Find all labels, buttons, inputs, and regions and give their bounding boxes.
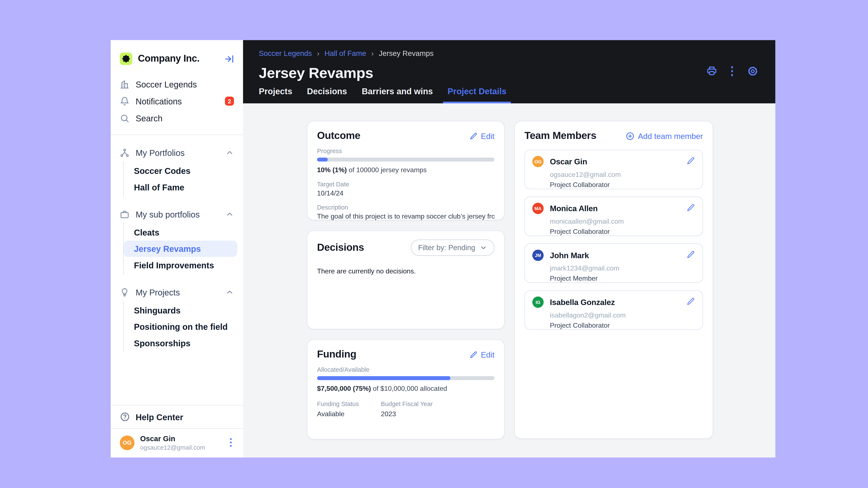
member-role: Project Collaborator [550,181,695,189]
content: Soccer Legends › Hall of Fame › Jersey R… [243,40,775,457]
tab-bar: Projects Decisions Barriers and wins Pro… [259,87,506,103]
progress-label: Progress [317,148,494,154]
member-role: Project Collaborator [550,321,695,329]
member-name: Isabella Gonzalez [550,298,615,307]
section-items: Shinguards Positioning on the field Spon… [123,300,243,352]
sidebar-item-soccer-legends[interactable]: Soccer Legends [111,76,243,93]
company-name: Company Inc. [138,53,224,64]
chevron-down-icon [480,244,487,252]
member-email: jmark1234@gmail.com [550,264,695,272]
team-member-row: IG Isabella Gonzalez isabellagon2@gmail.… [525,290,703,330]
edit-member-pencil-icon[interactable] [687,297,695,306]
tab-projects[interactable]: Projects [259,87,292,103]
decisions-filter-dropdown[interactable]: Filter by: Pending [411,239,494,256]
avatar: MA [532,203,544,214]
description-label: Description [317,204,494,211]
team-members-card: Team Members Add team member OG Oscar Gi… [514,121,713,439]
member-email: isabellagon2@gmail.com [550,311,695,319]
sidebar-item-cleats[interactable]: Cleats [124,224,237,240]
breadcrumb-hall-of-fame[interactable]: Hall of Fame [324,49,366,58]
decisions-title: Decisions [317,242,364,254]
funding-edit-button[interactable]: Edit [470,350,495,359]
fiscal-year-value: 2023 [381,410,494,418]
print-icon[interactable] [706,66,717,76]
sidebar-item-hall-of-fame[interactable]: Hall of Fame [124,179,237,195]
sidebar-nav: Soccer Legends Notifications 2 Search [111,76,243,126]
section-header-my-portfolios[interactable]: My Portfolios [111,144,243,161]
funding-card: Funding Edit Allocated/Available $7,500,… [307,339,504,440]
member-name: Oscar Gin [550,157,587,166]
funding-title: Funding [317,349,356,360]
section-header-my-projects[interactable]: My Projects [111,284,243,300]
description-value: The goal of this project is to revamp so… [317,213,494,220]
member-role: Project Collaborator [550,228,695,235]
member-name: Monica Allen [550,204,598,213]
team-members-title: Team Members [525,130,596,142]
tab-project-details[interactable]: Project Details [447,87,506,103]
settings-gear-icon[interactable] [747,65,758,77]
sidebar-collapse-icon[interactable] [224,54,234,64]
member-role: Project Member [550,274,695,282]
sidebar-item-jersey-revamps[interactable]: Jersey Revamps [124,240,237,257]
add-team-member-button[interactable]: Add team member [626,131,703,140]
sidebar-item-search[interactable]: Search [111,109,243,126]
breadcrumb-current: Jersey Revamps [379,49,434,58]
avatar: JM [532,250,544,261]
help-icon [120,412,130,422]
header-actions [706,65,758,77]
building-icon [120,79,129,89]
search-icon [120,113,129,123]
funding-progress-bar [317,376,494,380]
sidebar-item-label: Notifications [135,96,182,106]
bell-icon [120,96,129,106]
hierarchy-icon [120,148,129,157]
breadcrumb-soccer-legends[interactable]: Soccer Legends [259,49,312,58]
team-member-row: MA Monica Allen monicaallen@gmail.com Pr… [525,197,703,236]
section-my-sub-portfolios: My sub portfolios Cleats Jersey Revamps … [111,206,243,274]
sidebar-item-notifications[interactable]: Notifications 2 [111,93,243,109]
edit-member-pencil-icon[interactable] [687,203,695,212]
main-content: Outcome Edit Progress 10% (1%) of 100000… [243,103,775,457]
member-email: ogsauce12@gmail.com [550,170,695,178]
chevron-up-icon [225,288,234,296]
user-menu-kebab-icon[interactable] [228,436,234,449]
tab-barriers-and-wins[interactable]: Barriers and wins [362,87,433,103]
active-tab-indicator [443,102,511,103]
member-email: monicaallen@gmail.com [550,218,695,225]
avatar: OG [120,435,134,450]
edit-member-pencil-icon[interactable] [687,157,695,165]
target-date-label: Target Date [317,181,494,188]
user-profile[interactable]: OG Oscar Gin ogsauce12@gmail.com [111,429,243,457]
page: Company Inc. Soccer Legends Notification… [0,0,868,488]
section-label: My Portfolios [135,148,225,157]
user-name: Oscar Gin [140,434,227,443]
app-window: Company Inc. Soccer Legends Notification… [111,40,775,457]
target-date-value: 10/14/24 [317,189,494,197]
sidebar-item-positioning[interactable]: Positioning on the field [124,319,237,335]
funding-status-value: Avaliable [317,410,381,418]
tab-decisions[interactable]: Decisions [307,87,347,103]
help-center[interactable]: Help Center [111,405,243,428]
breadcrumb: Soccer Legends › Hall of Fame › Jersey R… [259,49,775,58]
sidebar-item-shinguards[interactable]: Shinguards [124,302,237,319]
section-items: Cleats Jersey Revamps Field Improvements [123,223,243,274]
chevron-up-icon [225,210,234,218]
sidebar-item-field-improvements[interactable]: Field Improvements [124,257,237,273]
outcome-edit-button[interactable]: Edit [470,131,495,140]
decisions-card: Decisions Filter by: Pending There are c… [307,230,504,329]
sidebar-item-sponsorships[interactable]: Sponsorships [124,335,237,351]
sidebar-divider [111,134,243,135]
sidebar-item-soccer-codes[interactable]: Soccer Codes [124,163,237,179]
funding-progress-text: $7,500,000 (75%) of $10,000,000 allocate… [317,385,494,392]
section-label: My sub portfolios [135,209,225,219]
decisions-empty-text: There are currently no decisions. [317,267,494,275]
more-options-kebab-icon[interactable] [730,65,734,77]
left-column: Outcome Edit Progress 10% (1%) of 100000… [307,121,504,440]
briefcase-icon [120,209,129,219]
sidebar-spacer [111,352,243,405]
funding-status-label: Funding Status [317,400,381,407]
section-header-my-sub-portfolios[interactable]: My sub portfolios [111,206,243,223]
help-label: Help Center [135,412,183,422]
pencil-icon [470,132,477,140]
edit-member-pencil-icon[interactable] [687,250,695,259]
